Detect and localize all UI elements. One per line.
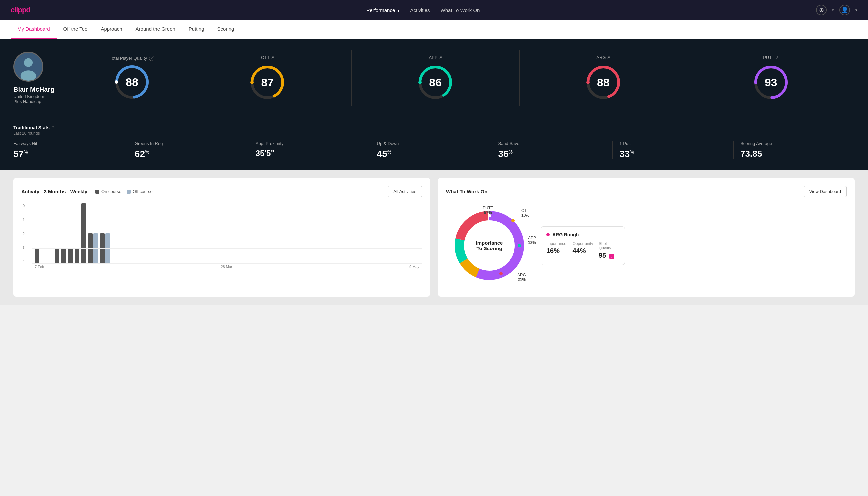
- view-dashboard-button[interactable]: View Dashboard: [804, 186, 847, 197]
- lower-section: Activity - 3 Months - Weekly On course O…: [0, 170, 868, 305]
- what-to-work-on-card: What To Work On View Dashboard: [438, 178, 855, 297]
- metric-shot-quality: Shot Quality 95 ↓: [599, 241, 619, 260]
- divider-v2: [173, 50, 173, 106]
- player-handicap: Plus Handicap: [13, 99, 41, 104]
- tab-scoring[interactable]: Scoring: [211, 20, 241, 38]
- total-quality-value: 88: [126, 75, 138, 88]
- putt-label: PUTT ↗: [763, 55, 779, 60]
- top-nav: clippd Performance ▾ Activities What To …: [0, 0, 868, 20]
- wtwo-header: What To Work On View Dashboard: [446, 186, 847, 197]
- avatar: [13, 52, 43, 82]
- stat-scoring-average: Scoring Average 73.85: [734, 141, 855, 159]
- nav-performance[interactable]: Performance ▾: [366, 7, 399, 13]
- activity-card: Activity - 3 Months - Weekly On course O…: [13, 178, 430, 297]
- chart-legend: On course Off course: [95, 189, 153, 194]
- detail-card: ARG Rough Importance 16% Opportunity 44%…: [541, 226, 625, 265]
- stats-info-icon[interactable]: ?: [52, 125, 57, 130]
- stat-greens-in-reg: Greens In Reg 62%: [128, 141, 249, 159]
- donut-label-ott: OTT10%: [521, 208, 529, 218]
- stats-section: Traditional Stats ? Last 20 rounds Fairw…: [0, 117, 868, 170]
- stat-sand-save: Sand Save 36%: [491, 141, 613, 159]
- ott-label: OTT ↗: [261, 55, 274, 60]
- tab-putting[interactable]: Putting: [182, 20, 211, 38]
- nav-activities[interactable]: Activities: [410, 7, 430, 13]
- putt-ring: 93: [753, 64, 789, 100]
- tab-around-the-green[interactable]: Around the Green: [129, 20, 182, 38]
- ott-ring: 87: [249, 64, 286, 100]
- nav-links: Performance ▾ Activities What To Work On: [366, 7, 480, 13]
- stat-up-down: Up & Down 45%: [370, 141, 492, 159]
- tab-approach[interactable]: Approach: [94, 20, 129, 38]
- svg-point-2: [21, 70, 36, 82]
- arg-ring: 88: [585, 64, 621, 100]
- putt-value: 93: [765, 76, 777, 89]
- metric-importance: Importance 16%: [546, 241, 567, 260]
- detail-title: ARG Rough: [552, 232, 579, 237]
- donut-label-arg: ARG21%: [517, 273, 526, 282]
- down-badge: ↓: [609, 254, 615, 259]
- stat-app-proximity: App. Proximity 35'5": [249, 141, 370, 159]
- chart-x-labels: 7 Feb 28 Mar 9 May: [32, 263, 422, 269]
- detail-dot: [546, 233, 550, 236]
- wtwo-title: What To Work On: [446, 188, 487, 194]
- nav-right: ⊕ ▾ 👤 ▾: [816, 5, 857, 15]
- tab-my-dashboard[interactable]: My Dashboard: [11, 20, 57, 38]
- score-app: APP ↗ 86: [352, 50, 520, 106]
- chart-title: Activity - 3 Months - Weekly: [21, 188, 87, 194]
- total-quality-ring: 88: [114, 64, 150, 100]
- donut-label-app: APP12%: [528, 235, 536, 245]
- app-label: APP ↗: [429, 55, 442, 60]
- total-quality-section: Total Player Quality ? 88: [101, 56, 162, 100]
- detail-card-header: ARG Rough: [546, 232, 619, 237]
- user-button[interactable]: 👤: [839, 5, 850, 15]
- app-ring: 86: [417, 64, 454, 100]
- legend-off-course: Off course: [127, 189, 153, 194]
- stat-fairways-hit: Fairways Hit 57%: [13, 141, 128, 159]
- chart-header: Activity - 3 Months - Weekly On course O…: [21, 186, 422, 197]
- add-button[interactable]: ⊕: [816, 5, 827, 15]
- svg-point-1: [24, 58, 33, 67]
- tabs-bar: My Dashboard Off the Tee Approach Around…: [0, 20, 868, 39]
- stats-title: Traditional Stats ?: [13, 125, 57, 130]
- hero-section: Blair McHarg United Kingdom Plus Handica…: [0, 39, 868, 117]
- svg-point-23: [511, 219, 515, 222]
- divider-vertical: [91, 50, 91, 106]
- donut-label-putt: PUTT57%: [483, 205, 493, 215]
- nav-what-to-work-on[interactable]: What To Work On: [441, 7, 480, 13]
- detail-metrics: Importance 16% Opportunity 44% Shot Qual…: [546, 241, 619, 260]
- scores-area: OTT ↗ 87 APP ↗: [184, 50, 855, 106]
- chart-y-labels: 4 3 2 1 0: [23, 203, 25, 263]
- all-activities-button[interactable]: All Activities: [388, 186, 422, 197]
- donut-center: Importance To Scoring: [476, 240, 503, 251]
- score-arg: ARG ↗ 88: [520, 50, 688, 106]
- tab-off-the-tee[interactable]: Off the Tee: [57, 20, 94, 38]
- logo: clippd: [11, 6, 30, 14]
- bar-chart-wrapper: 4 3 2 1 0: [32, 203, 422, 269]
- legend-on-course: On course: [95, 189, 121, 194]
- ott-value: 87: [261, 76, 274, 89]
- score-putt: PUTT ↗ 93: [687, 50, 855, 106]
- donut-chart: Importance To Scoring PUTT57% OTT10% APP…: [446, 202, 533, 289]
- player-info: Blair McHarg United Kingdom Plus Handica…: [13, 52, 80, 104]
- svg-point-25: [499, 272, 503, 276]
- stat-1-putt: 1 Putt 33%: [613, 141, 734, 159]
- arg-value: 88: [597, 76, 610, 89]
- info-icon[interactable]: ?: [149, 56, 154, 61]
- score-ott: OTT ↗ 87: [184, 50, 352, 106]
- player-country: United Kingdom: [13, 94, 44, 99]
- arg-label: ARG ↗: [596, 55, 610, 60]
- stats-grid: Fairways Hit 57% Greens In Reg 62% App. …: [13, 141, 855, 159]
- total-quality-label: Total Player Quality ?: [110, 56, 154, 61]
- wtwo-inner: Importance To Scoring PUTT57% OTT10% APP…: [446, 202, 847, 289]
- user-chevron: ▾: [855, 8, 857, 12]
- svg-point-24: [518, 244, 521, 247]
- metric-opportunity: Opportunity 44%: [572, 241, 593, 260]
- add-chevron: ▾: [832, 8, 834, 12]
- player-name: Blair McHarg: [13, 86, 54, 93]
- app-value: 86: [429, 76, 442, 89]
- stats-subtitle: Last 20 rounds: [13, 131, 57, 136]
